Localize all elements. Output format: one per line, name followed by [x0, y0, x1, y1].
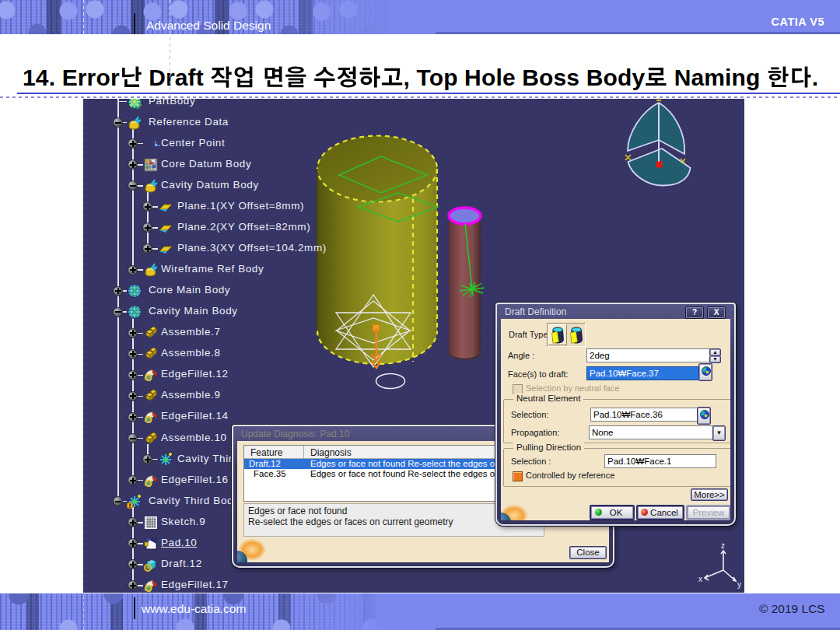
svg-text:y: y — [737, 580, 741, 589]
svg-text:z: z — [721, 541, 725, 550]
svg-text:x: x — [698, 575, 702, 583]
